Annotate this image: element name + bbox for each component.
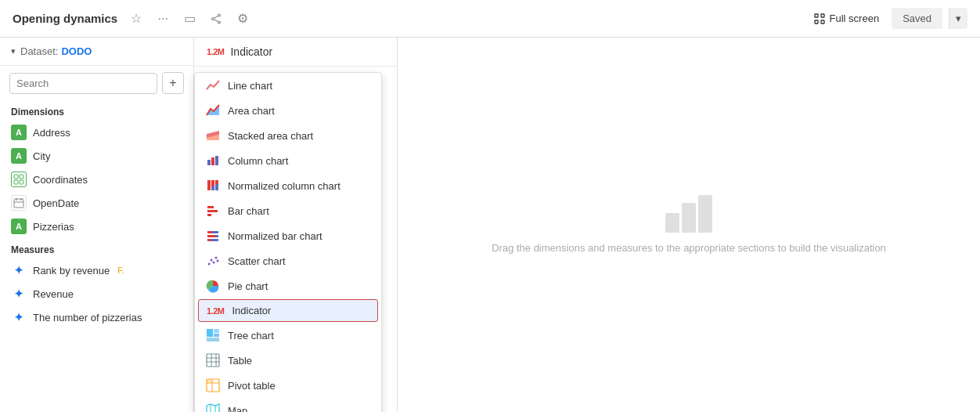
type-badge-coord: [11, 172, 27, 187]
more-icon[interactable]: ···: [152, 8, 174, 30]
svg-rect-5: [815, 14, 818, 17]
chart-item-indicator[interactable]: 1.2M Indicator: [198, 299, 378, 322]
svg-rect-13: [14, 199, 23, 208]
settings-icon[interactable]: ⚙: [232, 8, 254, 30]
measure-revenue[interactable]: ✦ Revenue: [0, 282, 193, 305]
svg-point-39: [213, 262, 215, 264]
placeholder-bar-2: [682, 203, 696, 233]
dimension-coordinates[interactable]: Coordinates: [0, 168, 193, 191]
header-right: Full screen Saved ▾: [808, 8, 967, 29]
area-chart-icon: [206, 103, 220, 117]
measure-number-of-pizzerias[interactable]: ✦ The number of pizzerias: [0, 305, 193, 329]
type-badge-a: A: [11, 125, 27, 140]
normalized-bar-chart-icon: [206, 229, 220, 243]
chart-item-table-label: Table: [228, 355, 252, 367]
svg-rect-23: [207, 180, 211, 190]
dimension-pizzerias[interactable]: A Pizzerias: [0, 215, 193, 238]
type-badge-hash2: ✦: [11, 286, 27, 302]
type-badge-date: [11, 195, 27, 211]
chart-item-bar[interactable]: Bar chart: [195, 198, 381, 223]
chart-item-column[interactable]: Column chart: [195, 148, 381, 173]
star-icon[interactable]: ☆: [125, 8, 147, 30]
svg-rect-24: [211, 180, 214, 186]
fullscreen-button[interactable]: Full screen: [808, 9, 886, 27]
svg-rect-52: [207, 379, 212, 383]
chart-item-indicator-label: Indicator: [232, 305, 271, 316]
chart-item-normalized-bar[interactable]: Normalized bar chart: [195, 223, 381, 248]
svg-rect-20: [207, 160, 211, 165]
chart-item-bar-label: Bar chart: [228, 205, 269, 217]
measure-revenue-label: Revenue: [33, 288, 74, 300]
dataset-row: ▾ Dataset: DODO: [0, 38, 193, 66]
dimension-city-label: City: [33, 150, 50, 162]
chart-item-pie-label: Pie chart: [228, 280, 268, 292]
chart-item-area[interactable]: Area chart: [195, 98, 381, 123]
chart-item-normalized-column[interactable]: Normalized column chart: [195, 173, 381, 198]
dimension-opendate-label: OpenDate: [33, 197, 79, 209]
dimension-city[interactable]: A City: [0, 144, 193, 168]
svg-rect-31: [207, 231, 212, 233]
type-badge-hash3: ✦: [11, 309, 27, 325]
measure-rank-suffix: F.: [117, 266, 124, 275]
visualization-placeholder: Drag the dimensions and measures to the …: [492, 193, 886, 256]
svg-rect-36: [211, 239, 218, 241]
chart-item-stacked-area-label: Stacked area chart: [228, 130, 313, 142]
svg-line-3: [214, 16, 218, 18]
dimension-opendate[interactable]: OpenDate: [0, 191, 193, 215]
chart-item-tree[interactable]: Tree chart: [195, 323, 381, 348]
bar-chart-icon: [206, 204, 220, 218]
indicator-chart-icon: 1.2M: [207, 306, 224, 316]
header-icons: ☆ ··· ▭ ⚙: [125, 8, 254, 30]
chart-item-stacked-area[interactable]: Stacked area chart: [195, 123, 381, 148]
visualization-area: Drag the dimensions and measures to the …: [398, 38, 980, 412]
pivot-table-icon: [206, 378, 220, 392]
chart-item-scatter[interactable]: Scatter chart: [195, 248, 381, 273]
svg-rect-35: [207, 239, 211, 241]
svg-rect-46: [207, 354, 219, 367]
search-input[interactable]: [9, 73, 157, 94]
svg-rect-26: [215, 180, 218, 184]
svg-rect-29: [207, 210, 218, 212]
saved-dropdown-button[interactable]: ▾: [949, 8, 967, 29]
saved-button[interactable]: Saved: [892, 8, 942, 29]
svg-point-41: [217, 260, 219, 262]
page-title: Opening dynamics: [13, 12, 117, 25]
chart-item-map[interactable]: Map: [195, 398, 381, 412]
svg-rect-22: [215, 156, 218, 165]
svg-point-38: [211, 259, 213, 262]
svg-rect-34: [215, 235, 218, 237]
chart-item-scatter-label: Scatter chart: [228, 255, 286, 267]
dimensions-section-title: Dimensions: [0, 100, 193, 121]
table-chart-icon: [206, 353, 220, 367]
dimension-address-label: Address: [33, 127, 70, 139]
svg-marker-55: [207, 404, 219, 412]
chart-item-table[interactable]: Table: [195, 348, 381, 373]
svg-line-4: [214, 19, 218, 21]
dimension-address[interactable]: A Address: [0, 121, 193, 144]
placeholder-bar-3: [698, 195, 712, 233]
chart-item-line[interactable]: Line chart: [195, 73, 381, 98]
svg-rect-33: [207, 235, 215, 237]
chart-item-column-label: Column chart: [228, 155, 288, 167]
chart-item-pie[interactable]: Pie chart: [195, 273, 381, 298]
chart-type-button[interactable]: 1.2M Indicator: [194, 38, 397, 67]
map-chart-icon: [206, 403, 220, 412]
column-chart-icon: [206, 154, 220, 168]
add-button[interactable]: +: [162, 72, 184, 94]
type-badge-a3: A: [11, 219, 27, 234]
window-icon[interactable]: ▭: [178, 8, 200, 30]
svg-point-37: [208, 263, 211, 266]
dimension-pizzerias-label: Pizzerias: [33, 221, 74, 233]
chart-item-normalized-column-label: Normalized column chart: [228, 180, 340, 192]
svg-point-0: [218, 14, 221, 16]
svg-rect-12: [20, 180, 23, 184]
chart-item-pivot[interactable]: Pivot table: [195, 373, 381, 398]
dataset-name[interactable]: DODO: [61, 45, 92, 57]
dataset-label: Dataset:: [20, 45, 58, 57]
measure-rank-by-revenue[interactable]: ✦ Rank by revenue F.: [0, 258, 193, 282]
chart-item-area-label: Area chart: [228, 105, 275, 117]
chart-item-map-label: Map: [228, 405, 247, 413]
chart-item-normalized-bar-label: Normalized bar chart: [228, 230, 322, 242]
svg-rect-21: [211, 157, 214, 165]
share-icon[interactable]: [205, 8, 227, 30]
